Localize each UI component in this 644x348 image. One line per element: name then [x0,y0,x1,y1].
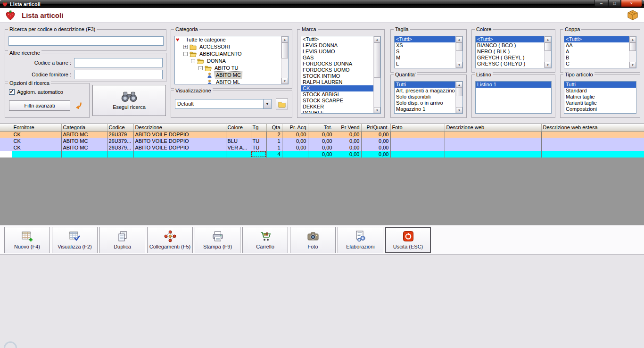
list-item[interactable]: B [564,55,629,61]
list-item[interactable]: Standard [564,88,636,94]
scroll-thumb[interactable] [374,42,380,78]
grid-cell[interactable] [251,151,266,157]
column-header-categoria[interactable]: Categoria [61,124,107,131]
scroll-up-icon[interactable] [456,36,462,42]
scroll-down-icon[interactable] [456,62,462,68]
grid-cell[interactable]: ABITO MC [61,144,107,151]
list-item[interactable]: <Tutti> [476,36,544,42]
grid-cell[interactable] [445,151,541,157]
list-item[interactable]: Composizioni [564,106,636,112]
grid-cell[interactable]: 0,00 [334,138,361,144]
grid-cell[interactable]: 1 [266,138,282,144]
grid-cell[interactable] [390,131,445,138]
grid-cell[interactable]: VER A... [226,144,251,151]
toolbar-button[interactable]: Collegamenti (F5) [147,227,193,253]
grid-cell[interactable]: CK [12,144,61,151]
grid-cell[interactable] [12,151,61,157]
toolbar-button[interactable]: Uscita (ESC) [385,227,431,253]
expander-icon[interactable]: + [183,45,188,49]
scroll-thumb[interactable] [545,42,551,51]
column-header-pr-vend[interactable]: Pr Vend [334,124,361,131]
size-listbox[interactable]: <Tutti>XSSML [394,36,463,68]
table-row[interactable]: 40,000,000,00 [0,151,644,157]
quantity-listbox[interactable]: TuttiArt. presenti a magazzinoSolo dispo… [394,81,463,114]
scroll-up-icon[interactable] [374,36,380,42]
expander-icon[interactable]: - [191,59,195,63]
grid-cell[interactable]: ABITO VOILE DOPPIO [133,138,226,144]
list-item[interactable]: S [395,49,455,55]
row-selector[interactable] [0,144,12,151]
table-row[interactable]: CKABITO MC26U379ABITO VOILE DOPPIO20,000… [0,131,644,138]
grid-cell[interactable]: 2 [266,131,282,138]
brand-scrollbar[interactable] [373,36,380,113]
cup-scrollbar[interactable] [629,36,636,68]
column-header-pr-acq[interactable]: Pr. Acq [282,124,308,131]
grid-cell[interactable] [445,144,541,151]
grid-cell[interactable]: 0,00 [282,138,308,144]
minimize-button[interactable]: – [594,0,608,7]
list-item[interactable]: RALPH LAUREN [301,79,373,85]
grid-cell[interactable] [251,131,266,138]
scroll-down-icon[interactable] [281,78,288,84]
list-item[interactable]: FORDOCKS DONNA [301,61,373,67]
list-item[interactable]: DOUBLE [301,110,373,114]
toolbar-button[interactable]: Elaborazioni [338,227,383,253]
scroll-up-icon[interactable] [545,36,551,42]
list-item[interactable]: STOCK INTIMO [301,73,373,79]
list-item[interactable]: BIANCO ( BCO ) [476,42,544,49]
grid-cell[interactable]: 0,00 [282,131,308,138]
grid-cell[interactable] [541,138,644,144]
grid-cell[interactable]: 4 [266,151,282,157]
column-header-descrizione[interactable]: Descrizione [133,124,226,131]
quantity-scrollbar[interactable] [455,82,462,113]
grid-cell[interactable] [133,151,226,157]
list-item[interactable]: STOCK SCARPE [301,98,373,104]
list-item[interactable]: FORDOCKS UOMO [301,67,373,73]
scroll-up-icon[interactable] [281,36,288,42]
scroll-down-icon[interactable] [456,107,462,113]
scroll-up-icon[interactable] [456,82,462,88]
package-icon[interactable] [627,9,638,21]
grid-cell[interactable]: 0,00 [308,131,334,138]
close-button[interactable]: × [621,0,642,7]
column-header-colore[interactable]: Colore [226,124,251,131]
auto-update-checkbox[interactable] [9,89,15,95]
grid-cell[interactable]: 0,00 [308,144,334,151]
toolbar-button[interactable]: Carrello [242,227,288,253]
view-select[interactable]: Default [175,99,272,109]
grid-cell[interactable] [61,151,107,157]
grid-cell[interactable]: 0,00 [361,138,390,144]
grid-cell[interactable] [445,131,541,138]
grid-cell[interactable]: 0,00 [334,144,361,151]
column-header-descrizione-web[interactable]: Descrizione web [445,124,541,131]
expander-icon[interactable]: - [183,52,188,56]
grid-cell[interactable]: 1 [266,144,282,151]
grid-cell[interactable]: 0,00 [361,144,390,151]
item-type-listbox[interactable]: TuttiStandardMatrici taglieVarianti tagl… [564,81,636,114]
list-item[interactable]: <Tutti> [395,36,455,42]
grid-cell[interactable]: CK [12,131,61,138]
grid-cell[interactable] [390,138,445,144]
grid-cell[interactable]: ABITO VOILE DOPPIO [133,144,226,151]
column-header-pr-quant-[interactable]: Pr/Quant. [361,124,390,131]
scroll-up-icon[interactable] [629,36,636,42]
grid-cell[interactable]: 0,00 [282,144,308,151]
tree-item[interactable]: ABITO MC [175,72,281,79]
scroll-thumb[interactable] [281,42,288,58]
grid-cell[interactable] [226,151,251,157]
grid-cell[interactable]: CK [12,138,61,144]
tree-item[interactable]: + ACCESSORI [175,43,281,50]
row-selector[interactable] [0,138,12,144]
grid-cell[interactable]: 26U379... [107,144,133,151]
grid-cell[interactable] [390,151,445,157]
grid-cell[interactable]: ABITO VOILE DOPPIO [133,131,226,138]
list-item[interactable]: Magazzino 1 [395,106,455,112]
size-scrollbar[interactable] [455,36,462,68]
run-search-button[interactable]: Esegui ricerca [92,85,166,116]
list-item[interactable]: A [564,49,629,55]
toolbar-button[interactable]: Nuovo (F4) [4,227,50,253]
grid-cell[interactable]: TU [251,144,266,151]
expander-icon[interactable]: - [198,66,203,70]
list-item[interactable]: Tutti [395,82,455,88]
grid-cell[interactable] [390,144,445,151]
